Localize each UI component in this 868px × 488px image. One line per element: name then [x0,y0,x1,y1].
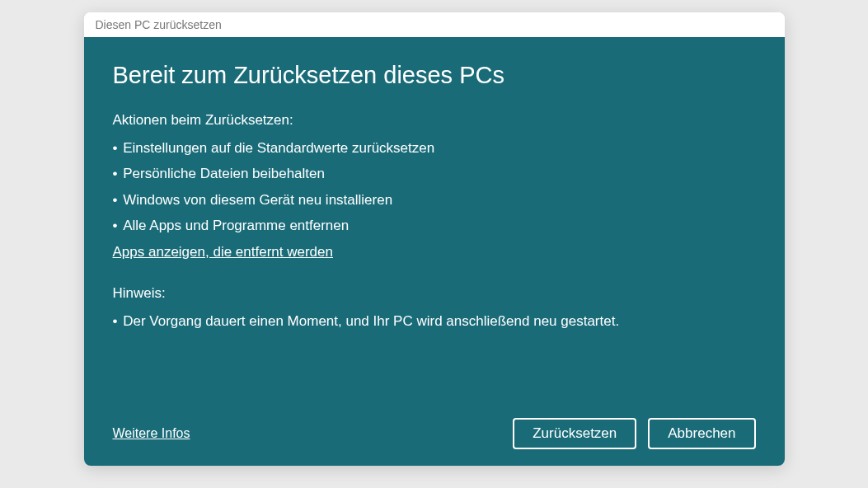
list-item: Alle Apps und Programme entfernen [113,213,756,238]
note-section: Hinweis: Der Vorgang dauert einen Moment… [113,285,756,339]
dialog-titlebar: Diesen PC zurücksetzen [84,12,785,37]
footer-left: Weitere Infos [113,426,190,441]
list-item: Einstellungen auf die Standardwerte zurü… [113,135,756,161]
footer-buttons: Zurücksetzen Abbrechen [513,418,755,449]
dialog-footer: Weitere Infos Zurücksetzen Abbrechen [113,393,756,449]
cancel-button[interactable]: Abbrechen [648,418,755,449]
reset-pc-dialog: Diesen PC zurücksetzen Bereit zum Zurück… [84,12,785,466]
reset-button[interactable]: Zurücksetzen [513,418,636,449]
list-item: Der Vorgang dauert einen Moment, und Ihr… [113,308,756,334]
list-item: Windows von diesem Gerät neu installiere… [113,187,756,213]
actions-list: Einstellungen auf die Standardwerte zurü… [113,135,756,239]
note-list: Der Vorgang dauert einen Moment, und Ihr… [113,308,756,334]
actions-label: Aktionen beim Zurücksetzen: [113,112,756,129]
dialog-heading: Bereit zum Zurücksetzen dieses PCs [113,62,756,89]
dialog-content: Bereit zum Zurücksetzen dieses PCs Aktio… [84,37,785,466]
list-item: Persönliche Dateien beibehalten [113,161,756,186]
note-label: Hinweis: [113,285,756,302]
more-info-link[interactable]: Weitere Infos [113,426,190,441]
actions-section: Aktionen beim Zurücksetzen: Einstellunge… [113,112,756,282]
show-removed-apps-link[interactable]: Apps anzeigen, die entfernt werden [113,244,333,260]
